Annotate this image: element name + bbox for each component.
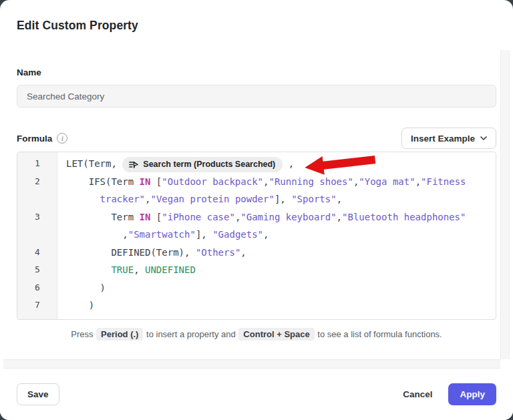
formula-label: Formula [17, 134, 52, 144]
code-line: LET(Term, Search term (Products Searched… [57, 155, 294, 173]
code-row: 5 TRUE, UNDEFINED [17, 261, 496, 279]
line-number: 6 [17, 279, 57, 297]
dialog-title: Edit Custom Property [17, 0, 496, 33]
formula-editor-rows: 1LET(Term, Search term (Products Searche… [17, 152, 496, 314]
edit-custom-property-dialog: Edit Custom Property Name Formula i Inse… [0, 0, 513, 420]
line-number: 4 [17, 244, 57, 262]
hint-text: Press [71, 329, 96, 339]
code-line: tracker","Vegan protein powder"], "Sport… [57, 190, 342, 208]
name-label: Name [17, 67, 496, 77]
hint-text: to insert a property and [144, 329, 238, 339]
kbd-shortcut: Control + Space [238, 328, 314, 341]
code-line: ) [57, 279, 106, 297]
horizontal-scrollbar[interactable] [3, 359, 500, 369]
line-number: 1 [17, 155, 57, 173]
line-number: 7 [17, 296, 57, 314]
line-number [17, 190, 57, 208]
code-line: DEFINED(Term), "Others", [57, 244, 246, 262]
insert-example-label: Insert Example [411, 134, 475, 144]
code-row: 6 ) [17, 279, 496, 297]
code-line: ) [57, 296, 94, 314]
kbd-shortcut: Period (.) [96, 328, 143, 341]
line-number [17, 226, 57, 244]
cancel-button[interactable]: Cancel [403, 389, 432, 399]
code-row: 1LET(Term, Search term (Products Searche… [17, 155, 496, 173]
code-row: 3 Term IN ["iPhone case","Gaming keyboar… [17, 208, 496, 226]
formula-editor[interactable]: 1LET(Term, Search term (Products Searche… [17, 152, 496, 320]
vertical-scrollbar[interactable] [500, 50, 510, 359]
code-row: 4 DEFINED(Term), "Others", [17, 244, 496, 262]
hint-text: to see a list of formula functions. [315, 329, 442, 339]
name-input[interactable] [17, 85, 496, 108]
apply-button[interactable]: Apply [448, 383, 496, 405]
code-line: TRUE, UNDEFINED [57, 261, 196, 279]
code-row: ,"Smartwatch"], "Gadgets", [17, 226, 496, 244]
property-chip[interactable]: Search term (Products Searched) [122, 157, 283, 172]
code-row: tracker","Vegan protein powder"], "Sport… [17, 190, 496, 208]
property-chip-label: Search term (Products Searched) [143, 156, 275, 174]
line-number: 2 [17, 173, 57, 191]
save-button[interactable]: Save [17, 383, 59, 405]
line-number: 3 [17, 208, 57, 226]
code-row: 2 IFS(Term IN ["Outdoor backpack","Runni… [17, 173, 496, 191]
code-line: ,"Smartwatch"], "Gadgets", [57, 226, 269, 244]
formula-hint: Press Period (.) to insert a property an… [17, 328, 496, 341]
code-line: Term IN ["iPhone case","Gaming keyboard"… [57, 208, 466, 226]
dialog-footer: Save Cancel Apply [0, 369, 513, 420]
chevron-down-icon [480, 136, 487, 140]
info-icon[interactable]: i [57, 133, 67, 144]
line-number: 5 [17, 261, 57, 279]
insert-example-button[interactable]: Insert Example [401, 128, 496, 149]
code-line: IFS(Term IN ["Outdoor backpack","Running… [57, 173, 466, 191]
event-property-icon [128, 160, 138, 170]
code-row: 7 ) [17, 296, 496, 314]
